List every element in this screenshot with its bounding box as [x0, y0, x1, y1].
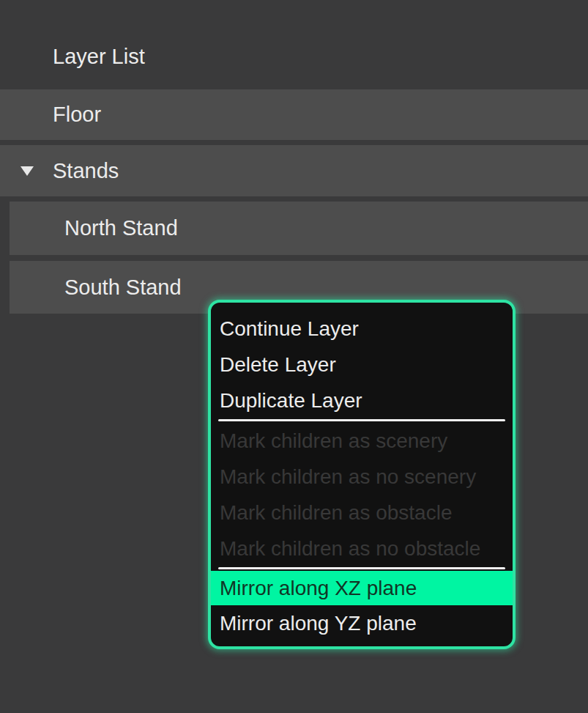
menu-item-mark-children-obstacle: Mark children as obstacle: [211, 495, 513, 531]
menu-item-continue-layer[interactable]: Continue Layer: [211, 311, 513, 347]
page-title: Layer List: [53, 41, 145, 72]
menu-item-delete-layer[interactable]: Delete Layer: [211, 347, 513, 383]
menu-item-mark-children-no-scenery: Mark children as no scenery: [211, 459, 513, 495]
menu-separator: [218, 567, 505, 569]
layer-row-label: South Stand: [64, 276, 182, 300]
menu-item-mirror-xz-plane[interactable]: Mirror along XZ plane: [211, 571, 513, 605]
layer-row-stands[interactable]: Stands: [0, 145, 588, 196]
layer-row-north-stand[interactable]: North Stand: [10, 202, 588, 255]
layer-context-menu: Continue Layer Delete Layer Duplicate La…: [208, 300, 516, 649]
menu-item-mark-children-scenery: Mark children as scenery: [211, 423, 513, 459]
layer-row-floor[interactable]: Floor: [0, 89, 588, 140]
menu-item-duplicate-layer[interactable]: Duplicate Layer: [211, 383, 513, 418]
layer-row-label: Stands: [53, 159, 119, 183]
menu-separator: [218, 419, 505, 421]
triangle-down-icon[interactable]: [21, 166, 34, 176]
layer-row-label: Floor: [53, 103, 101, 127]
menu-item-mark-children-no-obstacle: Mark children as no obstacle: [211, 531, 513, 566]
layer-row-label: North Stand: [64, 216, 178, 240]
layer-list-panel: Layer List Floor Stands North Stand Sout…: [0, 0, 588, 713]
menu-item-mirror-yz-plane[interactable]: Mirror along YZ plane: [211, 605, 513, 641]
